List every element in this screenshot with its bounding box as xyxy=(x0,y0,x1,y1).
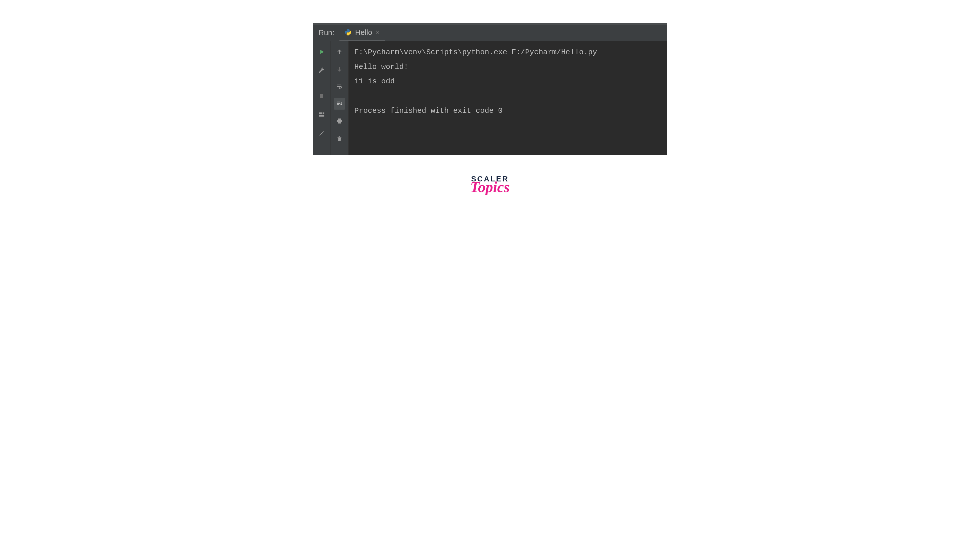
run-body: F:\Pycharm\venv\Scripts\python.exe F:/Py… xyxy=(313,41,667,155)
clear-button[interactable] xyxy=(334,133,345,144)
python-icon xyxy=(345,29,352,36)
scroll-to-end-button[interactable] xyxy=(334,98,345,110)
stop-button[interactable] xyxy=(316,90,327,102)
run-tool-window: Run: Hello × xyxy=(313,23,667,155)
wrench-button[interactable] xyxy=(316,65,327,76)
run-label: Run: xyxy=(313,28,340,37)
up-arrow-button[interactable] xyxy=(334,46,345,58)
tab-title: Hello xyxy=(355,28,372,37)
soft-wrap-button[interactable] xyxy=(334,81,345,92)
close-tab-button[interactable]: × xyxy=(376,29,380,36)
svg-rect-6 xyxy=(337,104,339,105)
rerun-button[interactable] xyxy=(316,46,327,58)
scaler-topics-logo: SCALER Topics xyxy=(470,175,510,195)
run-gutter-primary xyxy=(313,41,331,155)
tab-bar: Run: Hello × xyxy=(313,25,667,41)
svg-rect-3 xyxy=(319,115,324,116)
gutter-divider xyxy=(317,83,327,83)
svg-rect-2 xyxy=(323,112,325,114)
logo-line2: Topics xyxy=(470,180,510,195)
layout-button[interactable] xyxy=(316,109,327,120)
svg-rect-8 xyxy=(340,138,340,140)
console-output[interactable]: F:\Pycharm\venv\Scripts\python.exe F:/Py… xyxy=(348,41,667,155)
tab-hello[interactable]: Hello × xyxy=(339,25,384,41)
svg-rect-0 xyxy=(320,94,323,98)
svg-rect-4 xyxy=(337,102,340,102)
pin-button[interactable] xyxy=(316,127,327,139)
print-button[interactable] xyxy=(334,115,345,127)
run-gutter-secondary xyxy=(331,41,348,155)
svg-rect-1 xyxy=(319,112,322,114)
down-arrow-button[interactable] xyxy=(334,64,345,75)
svg-rect-5 xyxy=(337,103,340,104)
